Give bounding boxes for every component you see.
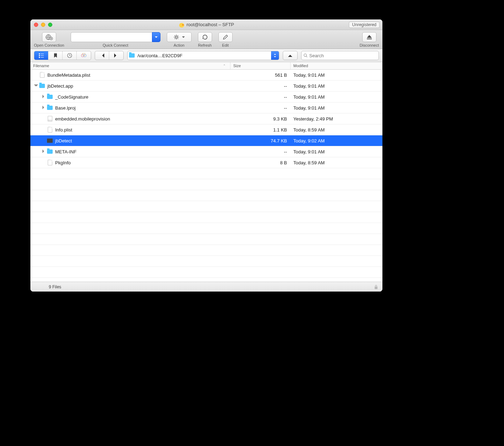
file-modified: Today, 9:01 AM [291, 105, 382, 111]
svg-rect-4 [39, 53, 40, 54]
svg-rect-7 [41, 55, 44, 56]
file-modified: Today, 9:01 AM [291, 94, 382, 100]
go-up-button[interactable] [283, 51, 297, 60]
edit-button[interactable] [218, 32, 233, 42]
empty-row [30, 234, 382, 245]
file-row[interactable]: embedded.mobileprovision9.3 KBYesterday,… [30, 113, 382, 124]
gear-icon [174, 34, 181, 40]
status-bar: 9 Files [30, 282, 382, 292]
svg-point-2 [175, 36, 177, 38]
maximize-icon[interactable] [48, 23, 52, 27]
outline-icon [39, 53, 44, 58]
nav-forward-button[interactable] [109, 51, 123, 60]
empty-row [30, 201, 382, 212]
empty-row [30, 256, 382, 267]
folder-icon [47, 94, 53, 100]
nav-back-button[interactable] [95, 51, 109, 60]
disclosure-right-icon[interactable] [42, 95, 46, 99]
minimize-icon[interactable] [41, 23, 45, 27]
search-field[interactable] [301, 51, 379, 60]
triangle-left-icon [100, 53, 104, 58]
file-size: -- [230, 149, 291, 154]
quick-connect-dropdown[interactable] [152, 32, 160, 42]
app-icon [179, 22, 184, 28]
file-row[interactable]: META-INF--Today, 9:01 AM [30, 146, 382, 157]
empty-row [30, 223, 382, 234]
file-row[interactable]: jbDetect74.7 KBToday, 9:02 AM [30, 135, 382, 146]
close-icon[interactable] [34, 23, 38, 27]
file-row[interactable]: Base.lproj--Today, 9:01 AM [30, 102, 382, 113]
disclosure-right-icon[interactable] [42, 106, 46, 110]
file-name: PkgInfo [55, 160, 71, 165]
quick-connect-input[interactable] [71, 32, 152, 42]
view-outline-button[interactable] [34, 51, 48, 60]
provision-icon [47, 116, 53, 122]
view-bonjour-button[interactable] [77, 51, 91, 60]
file-size: 1.1 KB [230, 127, 291, 133]
file-modified: Today, 9:01 AM [291, 83, 382, 89]
file-row[interactable]: BundleMetadata.plist561 BToday, 9:01 AM [30, 70, 382, 81]
open-connection-group: Open Connection [34, 32, 64, 47]
view-history-button[interactable] [63, 51, 77, 60]
svg-rect-15 [375, 287, 377, 289]
svg-rect-8 [39, 57, 40, 58]
empty-row [30, 245, 382, 256]
empty-row [30, 179, 382, 190]
edit-label: Edit [222, 43, 229, 47]
refresh-button[interactable] [198, 32, 212, 42]
file-row[interactable]: jbDetect.app--Today, 9:01 AM [30, 81, 382, 92]
empty-row [30, 267, 382, 278]
svg-rect-5 [41, 54, 44, 54]
column-headers: Filename ⌃ Size Modified [30, 62, 382, 70]
file-row[interactable]: _CodeSignature--Today, 9:01 AM [30, 92, 382, 102]
edit-group: Edit [218, 32, 233, 47]
file-name: META-INF [55, 149, 76, 154]
action-button[interactable] [167, 32, 192, 42]
open-connection-button[interactable] [42, 32, 56, 42]
path-field[interactable]: /var/conta…E92CD9F [127, 51, 279, 60]
open-connection-label: Open Connection [34, 43, 64, 47]
app-window: root@localhost – SFTP Unregistered Open … [30, 19, 382, 292]
file-list[interactable]: BundleMetadata.plist561 BToday, 9:01 AMj… [30, 70, 382, 282]
empty-row [30, 168, 382, 179]
file-row[interactable]: Info.plist1.1 KBToday, 8:59 AM [30, 124, 382, 135]
file-icon [47, 127, 53, 133]
file-name: _CodeSignature [55, 94, 88, 100]
folder-icon [128, 53, 136, 58]
disconnect-group: Disconnect [360, 32, 379, 47]
quick-connect-group: Quick Connect [71, 32, 160, 47]
file-size: 74.7 KB [230, 138, 291, 143]
file-modified: Today, 8:59 AM [291, 127, 382, 133]
column-modified[interactable]: Modified [291, 62, 382, 69]
view-mode-segment [34, 51, 91, 60]
nav-segment [95, 51, 124, 60]
eject-icon [366, 34, 373, 40]
view-bookmarks-button[interactable] [48, 51, 63, 60]
folder-icon [47, 105, 53, 111]
disclosure-down-icon[interactable] [34, 84, 38, 88]
disconnect-button[interactable] [362, 32, 376, 42]
column-size[interactable]: Size [230, 62, 291, 69]
path-stepper-icon[interactable] [271, 51, 279, 60]
file-size: -- [230, 94, 291, 100]
sort-ascending-icon: ⌃ [223, 64, 226, 68]
file-modified: Today, 8:59 AM [291, 160, 382, 165]
unregistered-badge[interactable]: Unregistered [349, 22, 380, 28]
file-name: Base.lproj [55, 105, 76, 111]
pencil-icon [223, 34, 228, 40]
file-size: 8 B [230, 160, 291, 165]
folder-icon [47, 148, 53, 155]
action-group: Action [167, 32, 192, 47]
column-filename-label: Filename [33, 64, 49, 68]
triangle-right-icon [114, 53, 118, 58]
search-input[interactable] [309, 53, 376, 58]
quick-connect-label: Quick Connect [103, 43, 128, 47]
column-modified-label: Modified [293, 64, 308, 68]
triangle-up-icon [288, 53, 292, 57]
disclosure-right-icon[interactable] [42, 149, 46, 154]
column-filename[interactable]: Filename ⌃ [30, 62, 230, 69]
window-title: root@localhost – SFTP [30, 22, 382, 28]
globe-plus-icon [45, 34, 53, 40]
svg-rect-3 [367, 39, 372, 39]
file-row[interactable]: PkgInfo8 BToday, 8:59 AM [30, 157, 382, 168]
